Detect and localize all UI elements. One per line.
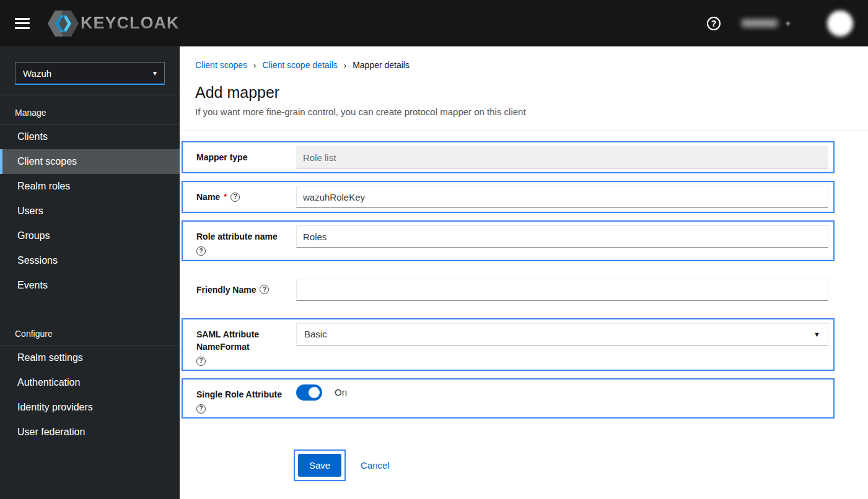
form-row-friendly-name: Friendly Name ? [182, 274, 835, 306]
masthead: KEYCLOAK ? ▾ [0, 0, 868, 46]
mapper-type-input [296, 146, 828, 168]
realm-selector-value: Wazuh [23, 68, 51, 79]
sidebar-item-authentication[interactable]: Authentication [0, 370, 180, 395]
cancel-button[interactable]: Cancel [361, 460, 390, 471]
sidebar-item-clients[interactable]: Clients [0, 124, 180, 149]
section-divider [180, 131, 868, 131]
toggle-state-label: On [335, 387, 347, 397]
form-row-role-attribute-name: Role attribute name ? [182, 220, 835, 261]
sidebar-item-realm-settings[interactable]: Realm settings [0, 345, 180, 370]
sidebar-nav: Wazuh ▾ Manage Clients Client scopes Rea… [0, 46, 180, 499]
chevron-right-icon: › [253, 61, 256, 70]
nav-section-manage: Manage [0, 95, 180, 124]
breadcrumb-client-scope-details[interactable]: Client scope details [262, 60, 337, 70]
sidebar-item-identity-providers[interactable]: Identity providers [0, 395, 180, 420]
avatar[interactable] [827, 11, 853, 37]
chevron-right-icon: › [344, 61, 346, 70]
hamburger-icon[interactable] [15, 18, 30, 29]
nav-section-configure: Configure [0, 316, 180, 345]
friendly-name-label: Friendly Name ? [196, 284, 296, 296]
single-role-attribute-label: Single Role Attribute ? [196, 383, 296, 414]
user-caret-down-icon: ▾ [786, 19, 790, 28]
breadcrumb-client-scopes[interactable]: Client scopes [195, 60, 247, 70]
username-redacted [742, 19, 778, 27]
main-content: Client scopes › Client scope details › M… [180, 46, 868, 499]
select-value: Basic [304, 329, 327, 339]
role-attribute-name-input[interactable] [296, 225, 828, 248]
page-title: Add mapper [180, 70, 868, 102]
help-icon[interactable]: ? [196, 404, 206, 414]
help-icon[interactable]: ? [196, 246, 206, 256]
chevron-down-icon: ▾ [153, 69, 157, 77]
saml-attribute-nameformat-select[interactable]: Basic ▼ [296, 323, 828, 345]
select-caret-down-icon: ▼ [813, 331, 820, 338]
sidebar-item-users[interactable]: Users [0, 199, 180, 223]
sidebar-item-user-federation[interactable]: User federation [0, 420, 180, 445]
name-label: Name * ? [196, 191, 296, 203]
help-icon[interactable]: ? [260, 285, 269, 294]
save-button-highlight: Save [294, 449, 346, 481]
mapper-type-label: Mapper type [196, 151, 296, 163]
keycloak-logo-icon [47, 9, 79, 38]
keycloak-logo: KEYCLOAK [47, 9, 180, 38]
help-icon[interactable]: ? [230, 193, 240, 202]
help-icon[interactable]: ? [707, 17, 721, 30]
name-input[interactable] [296, 186, 828, 208]
form-row-mapper-type: Mapper type [182, 141, 835, 173]
form-row-single-role-attribute: Single Role Attribute ? On [182, 378, 835, 419]
brand-text: KEYCLOAK [81, 14, 180, 33]
save-button[interactable]: Save [298, 454, 341, 477]
sidebar-item-groups[interactable]: Groups [0, 223, 180, 248]
sidebar-item-sessions[interactable]: Sessions [0, 248, 180, 273]
friendly-name-input[interactable] [296, 279, 828, 301]
sidebar-item-client-scopes[interactable]: Client scopes [0, 149, 180, 174]
page-subtitle: If you want more fine-grain control, you… [180, 102, 868, 117]
breadcrumb-mapper-details: Mapper details [353, 60, 410, 70]
form-row-saml-attribute-nameformat: SAML Attribute NameFormat ? Basic ▼ [182, 318, 835, 371]
sidebar-item-realm-roles[interactable]: Realm roles [0, 174, 180, 199]
single-role-attribute-toggle[interactable] [296, 384, 322, 401]
realm-selector[interactable]: Wazuh ▾ [15, 62, 165, 85]
sidebar-item-events[interactable]: Events [0, 273, 180, 298]
role-attribute-name-label: Role attribute name ? [196, 225, 296, 256]
add-mapper-form: Mapper type Name * ? [180, 141, 868, 481]
form-row-name: Name * ? [182, 181, 835, 213]
form-actions: Save Cancel [294, 449, 868, 481]
breadcrumb: Client scopes › Client scope details › M… [180, 46, 868, 70]
help-icon[interactable]: ? [196, 357, 206, 366]
saml-attribute-nameformat-label: SAML Attribute NameFormat ? [196, 323, 296, 366]
required-asterisk: * [224, 191, 227, 203]
user-menu[interactable]: ▾ [742, 19, 790, 28]
